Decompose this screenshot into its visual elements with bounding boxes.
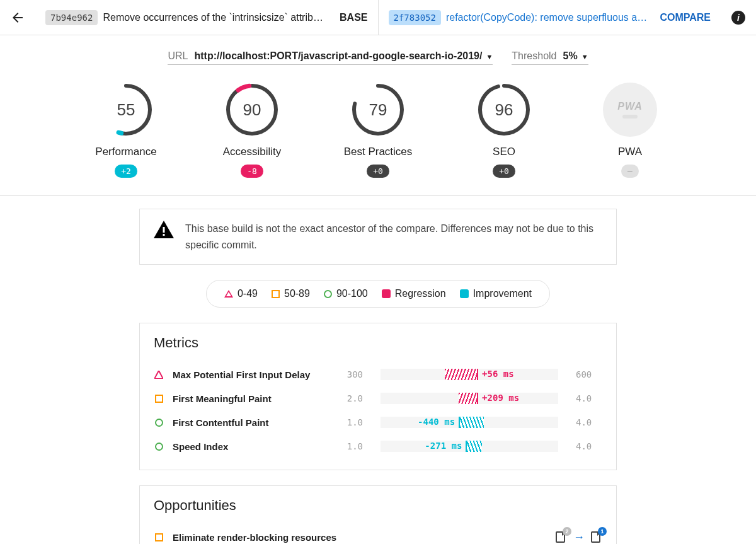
compare-hash: 2f783052: [389, 10, 441, 25]
gauge-arc: 55: [99, 83, 153, 137]
gauge-arc: 96: [477, 83, 531, 137]
legend-pill: 0-49 50-89 90-100 Regression Improvement: [206, 280, 550, 308]
improvement-swatch: [460, 289, 469, 298]
square-icon: [272, 290, 280, 298]
chevron-down-icon: ▼: [581, 53, 588, 61]
compare-label: COMPARE: [660, 12, 711, 23]
gauge-label: Performance: [95, 146, 156, 158]
metric-row[interactable]: First Meaningful Paint 2.0 +209 ms 4.0: [154, 386, 602, 410]
gauge-label: PWA: [618, 146, 642, 158]
pwa-icon: PWA: [603, 83, 657, 137]
url-label: URL: [168, 50, 188, 62]
compare-message: refactor(CopyCode): remove superfluous a…: [446, 12, 653, 23]
base-message: Remove occurrences of the `intrinsicsize…: [103, 12, 333, 23]
svg-point-0: [102, 86, 150, 134]
circle-icon: [324, 290, 332, 298]
warning-icon: [154, 221, 174, 243]
metric-status-icon: [154, 419, 164, 427]
compare-commit-panel[interactable]: 2f783052 refactor(CopyCode): remove supe…: [379, 0, 721, 35]
svg-rect-6: [163, 227, 165, 233]
base-hash: 7b94e962: [45, 10, 98, 25]
opportunities-title: Opportunities: [154, 497, 602, 514]
opportunity-row[interactable]: Eliminate render-blocking resources 2 → …: [154, 525, 602, 544]
metrics-card: Metrics Max Potential First Input Delay …: [139, 323, 617, 470]
metric-row[interactable]: Speed Index 1.0 -271 ms 4.0: [154, 434, 602, 458]
threshold-selector[interactable]: Threshold 5% ▼: [512, 50, 588, 65]
svg-point-4: [354, 86, 402, 134]
gauge-label: SEO: [493, 146, 515, 158]
info-button[interactable]: i: [721, 11, 756, 25]
svg-point-5: [480, 86, 528, 134]
threshold-value: 5%: [563, 50, 578, 62]
metric-status-icon: [154, 443, 164, 451]
legend-fail: 0-49: [224, 288, 258, 299]
legend-pass-label: 90-100: [336, 288, 368, 299]
gauge-label: Best Practices: [344, 146, 413, 158]
legend-improvement: Improvement: [460, 288, 532, 299]
gauge-delta: +0: [493, 165, 515, 178]
legend-fail-label: 0-49: [238, 288, 258, 299]
metric-max: 4.0: [576, 417, 602, 427]
gauge-delta: +2: [115, 165, 137, 178]
metric-row[interactable]: Max Potential First Input Delay 300 +56 …: [154, 362, 602, 386]
url-selector[interactable]: URL http://localhost:PORT/javascript-and…: [168, 50, 493, 65]
metric-status-icon: [154, 395, 164, 403]
report-icon: 2: [556, 531, 567, 543]
gauge-arc: 79: [351, 83, 405, 137]
metric-max: 600: [576, 369, 602, 379]
arrow-left-icon: [10, 10, 25, 25]
ancestor-warning: This base build is not the exact ancesto…: [139, 209, 617, 265]
threshold-label: Threshold: [512, 50, 556, 62]
metric-delta: -440 ms: [418, 417, 455, 427]
svg-point-2: [228, 86, 276, 134]
legend-improvement-label: Improvement: [473, 288, 532, 299]
metric-min: 1.0: [336, 417, 363, 427]
metric-name: Max Potential First Input Delay: [173, 369, 328, 380]
opportunities-card: Opportunities Eliminate render-blocking …: [139, 485, 617, 544]
legend-avg-label: 50-89: [284, 288, 310, 299]
chevron-down-icon: ▼: [486, 53, 493, 61]
warning-text: This base build is not the exact ancesto…: [185, 221, 602, 253]
back-button[interactable]: [0, 0, 35, 35]
metric-name: First Meaningful Paint: [173, 393, 328, 404]
metric-bar-segment: [466, 441, 481, 452]
gauge-accessibility[interactable]: 90 Accessibility -8: [214, 83, 290, 178]
opportunity-name: Eliminate render-blocking resources: [173, 532, 547, 543]
regression-swatch: [382, 289, 391, 298]
opportunity-status-icon: [154, 533, 164, 541]
metric-min: 300: [336, 369, 363, 379]
metric-bar-segment: [459, 393, 478, 404]
base-label: BASE: [340, 12, 367, 23]
opportunity-comparison: 2 → 1: [556, 531, 602, 544]
metric-min: 1.0: [336, 441, 363, 451]
metric-bar: -440 ms: [381, 417, 558, 428]
legend-regression: Regression: [382, 288, 446, 299]
score-legend: 0-49 50-89 90-100 Regression Improvement: [139, 280, 617, 308]
metric-name: First Contentful Paint: [173, 417, 328, 428]
metric-bar: -271 ms: [381, 441, 558, 452]
base-commit-panel[interactable]: 7b94e962 Remove occurrences of the `intr…: [35, 0, 379, 35]
report-icon: 1: [591, 531, 602, 543]
legend-regression-label: Regression: [395, 288, 446, 299]
metric-delta: +209 ms: [482, 393, 519, 403]
main-content: This base build is not the exact ancesto…: [0, 195, 756, 544]
opportunities-list: Eliminate render-blocking resources 2 → …: [154, 525, 602, 544]
metric-bar-segment: [445, 369, 479, 380]
url-value: http://localhost:PORT/javascript-and-goo…: [194, 50, 482, 62]
gauge-delta: -8: [241, 165, 263, 178]
gauge-pwa[interactable]: PWAPWA –: [592, 83, 668, 178]
gauge-label: Accessibility: [223, 146, 282, 158]
comparison-header: 7b94e962 Remove occurrences of the `intr…: [0, 0, 756, 35]
info-icon: i: [731, 11, 745, 25]
metric-bar-segment: [459, 417, 483, 428]
gauge-seo[interactable]: 96 SEO +0: [466, 83, 542, 178]
gauge-best-practices[interactable]: 79 Best Practices +0: [340, 83, 416, 178]
gauge-performance[interactable]: 55 Performance +2: [88, 83, 164, 178]
metric-delta: +56 ms: [482, 369, 514, 379]
gauge-arc: 90: [225, 83, 279, 137]
legend-pass: 90-100: [324, 288, 368, 299]
metrics-list: Max Potential First Input Delay 300 +56 …: [154, 362, 602, 458]
svg-rect-7: [163, 234, 165, 236]
metric-row[interactable]: First Contentful Paint 1.0 -440 ms 4.0: [154, 410, 602, 434]
gauge-delta: +0: [367, 165, 389, 178]
